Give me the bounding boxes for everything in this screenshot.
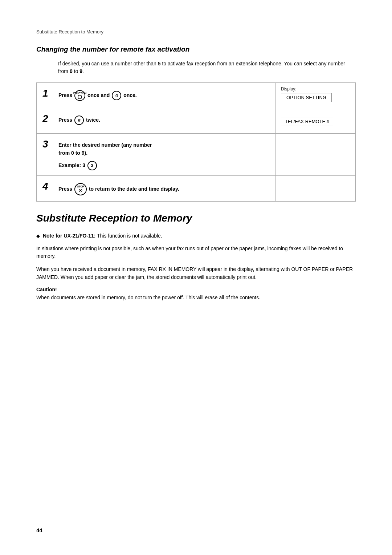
display-label-1: Display:	[281, 86, 297, 92]
step-number-2: 2	[42, 113, 54, 125]
step-4-left: 4 Press STOP ⊗ to return to the date and…	[37, 176, 275, 201]
key-4[interactable]: 4	[112, 91, 121, 100]
step-4-content: Press STOP ⊗ to return to the date and t…	[58, 181, 179, 195]
function-key[interactable]: FUNCTION	[74, 90, 85, 101]
step-3-right	[275, 134, 355, 175]
key-3[interactable]: 3	[87, 161, 97, 170]
step-number-3: 3	[42, 139, 54, 150]
main-section-title: Substitute Reception to Memory	[36, 212, 356, 224]
body-para-2: When you have received a document in mem…	[36, 266, 356, 281]
section-title: Changing the number for remote fax activ…	[36, 45, 356, 53]
step-number-1: 1	[42, 88, 54, 99]
steps-table: 1 Press FUNCTION once and 4 once.	[36, 82, 356, 202]
step-3-content: Enter the desired number (any numberfrom…	[58, 139, 152, 157]
step-row-2: 2 Press # twice. TEL/FAX REMOTE #	[37, 108, 355, 134]
function-key-label: FUNCTION	[73, 92, 86, 94]
note-diamond: ◆	[36, 233, 40, 239]
step-3-left: 3 Enter the desired number (any numberfr…	[37, 134, 275, 175]
display-box-2: TEL/FAX REMOTE #	[281, 117, 333, 126]
caution-text: When documents are stored in memory, do …	[36, 294, 356, 302]
key-hash[interactable]: #	[74, 116, 84, 125]
body-para-1: In situations where printing is not poss…	[36, 245, 356, 260]
step-row-3: 3 Enter the desired number (any numberfr…	[37, 134, 355, 176]
step-2-content: Press # twice.	[58, 113, 100, 125]
step-2-right: TEL/FAX REMOTE #	[275, 108, 355, 133]
step-row-1: 1 Press FUNCTION once and 4 once.	[37, 83, 355, 108]
caution-title: Caution!	[36, 287, 356, 292]
page-number: 44	[36, 527, 42, 533]
step-4-right	[275, 176, 355, 201]
intro-text: If desired, you can use a number other t…	[58, 60, 356, 75]
stop-key-label: STOP	[77, 185, 84, 189]
display-box-1: OPTION SETTING	[281, 93, 332, 102]
step-1-right: Display: OPTION SETTING	[275, 83, 355, 108]
step-1-content: Press FUNCTION once and 4 once.	[58, 88, 137, 101]
step-row-4: 4 Press STOP ⊗ to return to the date and…	[37, 176, 355, 201]
step-number-4: 4	[42, 181, 54, 192]
breadcrumb: Substitute Reception to Memory	[36, 29, 356, 35]
stop-key[interactable]: STOP ⊗	[74, 183, 87, 195]
step-2-left: 2 Press # twice.	[37, 108, 275, 133]
note-line: ◆ Note for UX-21/FO-11: This function is…	[36, 232, 356, 240]
step-1-left: 1 Press FUNCTION once and 4 once.	[37, 83, 275, 108]
page: Substitute Reception to Memory Changing …	[0, 0, 392, 555]
